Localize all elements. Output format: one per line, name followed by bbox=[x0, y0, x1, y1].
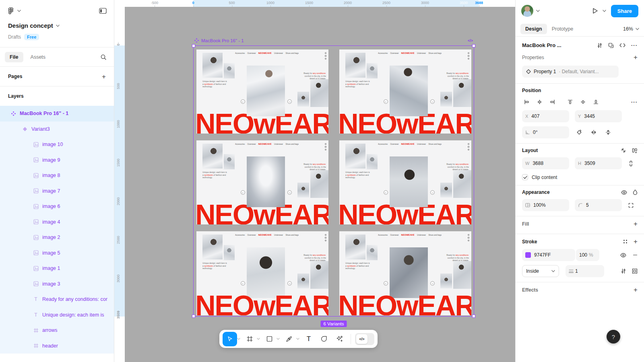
present-play-icon[interactable] bbox=[591, 7, 599, 14]
file-title[interactable]: Design concept bbox=[8, 22, 53, 29]
resize-handle[interactable] bbox=[472, 315, 475, 318]
figma-logo-icon[interactable] bbox=[7, 7, 14, 14]
remove-stroke-icon[interactable] bbox=[633, 253, 638, 257]
align-right-icon[interactable] bbox=[548, 97, 557, 106]
resize-handle[interactable] bbox=[472, 44, 475, 47]
tab-assets[interactable]: Assets bbox=[26, 52, 51, 62]
x-position-field[interactable]: X407 bbox=[522, 110, 569, 122]
help-button[interactable]: ? bbox=[607, 330, 620, 343]
align-top-icon[interactable] bbox=[566, 97, 574, 106]
independent-corners-icon[interactable] bbox=[628, 203, 634, 208]
align-bottom-icon[interactable] bbox=[591, 97, 600, 106]
search-icon[interactable] bbox=[100, 54, 107, 60]
share-button[interactable]: Share bbox=[611, 5, 638, 17]
zoom-control[interactable]: 16% bbox=[623, 26, 639, 32]
layer-row[interactable]: T arrows bbox=[0, 323, 114, 338]
stroke-visibility-eye-icon[interactable] bbox=[620, 253, 626, 257]
height-field[interactable]: H3509 bbox=[575, 157, 622, 169]
account-chevron-icon[interactable] bbox=[536, 10, 540, 12]
stroke-style-icon[interactable] bbox=[632, 268, 638, 274]
align-horizontal-center-icon[interactable] bbox=[535, 97, 544, 106]
add-fill-button[interactable]: + bbox=[634, 220, 638, 227]
add-page-button[interactable]: + bbox=[102, 73, 106, 80]
layer-row[interactable]: T image 3 bbox=[0, 276, 114, 292]
tab-file[interactable]: File bbox=[5, 52, 23, 62]
blend-droplet-icon[interactable] bbox=[633, 189, 638, 195]
add-property-button[interactable]: + bbox=[634, 54, 638, 61]
opacity-field[interactable]: 100% bbox=[522, 199, 569, 211]
advanced-stroke-icon[interactable] bbox=[621, 268, 626, 274]
constrain-proportions-icon[interactable] bbox=[628, 160, 634, 167]
add-effect-button[interactable]: + bbox=[634, 286, 638, 293]
adjust-icon[interactable] bbox=[597, 43, 603, 48]
move-tool-button[interactable] bbox=[223, 332, 237, 346]
stroke-align-select[interactable]: Inside bbox=[522, 265, 559, 277]
frame-tool-chevron-icon[interactable] bbox=[257, 338, 260, 340]
align-vertical-center-icon[interactable] bbox=[578, 97, 587, 106]
visibility-eye-icon[interactable] bbox=[621, 190, 627, 195]
corner-radius-field[interactable]: 5 bbox=[575, 199, 622, 211]
tab-design[interactable]: Design bbox=[520, 24, 547, 34]
shape-tool-button[interactable] bbox=[262, 332, 277, 346]
dev-mode-toggle[interactable]: </> bbox=[355, 333, 374, 345]
layer-row[interactable]: T Unique design: each item is bbox=[0, 307, 114, 323]
selected-frame[interactable]: MacBook Pro 16" - 1 </> 6 Variants Acces… bbox=[193, 45, 474, 317]
frame-tool-button[interactable] bbox=[242, 332, 257, 346]
more-options-icon[interactable]: ··· bbox=[631, 42, 638, 48]
move-tool-chevron-icon[interactable] bbox=[237, 338, 240, 340]
pen-tool-button[interactable] bbox=[282, 332, 296, 346]
layer-row[interactable]: T Ready for any conditions: cor bbox=[0, 292, 114, 307]
rotate-icon[interactable] bbox=[575, 128, 584, 137]
layer-row[interactable]: T MacBook Pro 16" - 1 bbox=[0, 106, 114, 121]
layer-row[interactable]: T image 4 bbox=[0, 214, 114, 230]
file-menu-chevron-icon[interactable] bbox=[17, 10, 21, 12]
layer-row[interactable]: T image 9 bbox=[0, 152, 114, 168]
actions-tool-button[interactable] bbox=[332, 332, 347, 346]
resize-handle[interactable] bbox=[192, 315, 195, 318]
layer-row[interactable]: T image 6 bbox=[0, 199, 114, 214]
layer-row[interactable]: T image 8 bbox=[0, 168, 114, 183]
stroke-weight-field[interactable]: 1 bbox=[566, 265, 604, 277]
width-field[interactable]: W3688 bbox=[522, 157, 569, 169]
layer-row[interactable]: T image 5 bbox=[0, 245, 114, 261]
flip-horizontal-icon[interactable] bbox=[589, 128, 598, 137]
frame-title[interactable]: MacBook Pro 16" - 1 bbox=[194, 38, 244, 43]
comment-tool-button[interactable] bbox=[317, 332, 331, 346]
layer-row[interactable]: T Variant3 bbox=[0, 121, 114, 137]
frame-dev-mode-icon[interactable]: </> bbox=[468, 39, 473, 43]
styles-icon[interactable] bbox=[623, 239, 628, 244]
dev-code-icon[interactable] bbox=[619, 43, 625, 47]
shape-tool-chevron-icon[interactable] bbox=[277, 338, 280, 340]
add-stroke-button[interactable]: + bbox=[634, 238, 638, 245]
resize-to-fit-icon[interactable] bbox=[621, 148, 626, 153]
avatar[interactable] bbox=[521, 5, 533, 17]
layer-row[interactable]: T header bbox=[0, 338, 114, 354]
collapse-sidebar-icon[interactable] bbox=[99, 8, 107, 14]
variant-tile[interactable]: Accessories Outerwear NEOWEAVE Underwear… bbox=[196, 231, 328, 315]
stroke-color-field[interactable]: 9747FF bbox=[522, 249, 575, 261]
tab-prototype[interactable]: Prototype bbox=[547, 24, 578, 34]
layer-row[interactable]: T image 2 bbox=[0, 230, 114, 245]
file-title-chevron-icon[interactable] bbox=[56, 25, 60, 27]
layer-row[interactable]: T image 7 bbox=[0, 183, 114, 199]
pen-tool-chevron-icon[interactable] bbox=[296, 338, 299, 340]
copy-properties-icon[interactable] bbox=[608, 43, 614, 48]
clip-content-checkbox[interactable] bbox=[522, 174, 528, 180]
variant-tile[interactable]: Accessories Outerwear NEOWEAVE Underwear… bbox=[339, 140, 471, 224]
variant-tile[interactable]: Accessories Outerwear NEOWEAVE Underwear… bbox=[196, 140, 328, 224]
layer-row[interactable]: T image 1 bbox=[0, 261, 114, 276]
y-position-field[interactable]: Y3445 bbox=[575, 110, 622, 122]
present-chevron-icon[interactable] bbox=[603, 10, 606, 12]
variant-tile[interactable]: Accessories Outerwear NEOWEAVE Underwear… bbox=[339, 231, 471, 315]
property-pill[interactable]: Property 1 · Default, Variant... bbox=[522, 66, 619, 78]
variant-tile[interactable]: Accessories Outerwear NEOWEAVE Underwear… bbox=[339, 49, 471, 134]
auto-layout-icon[interactable] bbox=[632, 148, 638, 153]
stroke-color-swatch[interactable] bbox=[525, 252, 531, 258]
file-location[interactable]: Drafts bbox=[8, 34, 21, 40]
variants-count-badge[interactable]: 6 Variants bbox=[321, 321, 347, 327]
resize-handle[interactable] bbox=[192, 44, 195, 47]
more-align-options-icon[interactable]: ··· bbox=[631, 99, 638, 105]
flip-vertical-icon[interactable] bbox=[604, 128, 613, 137]
stroke-opacity-field[interactable]: 100% bbox=[576, 249, 599, 261]
variant-tile[interactable]: Accessories Outerwear NEOWEAVE Underwear… bbox=[196, 49, 328, 134]
